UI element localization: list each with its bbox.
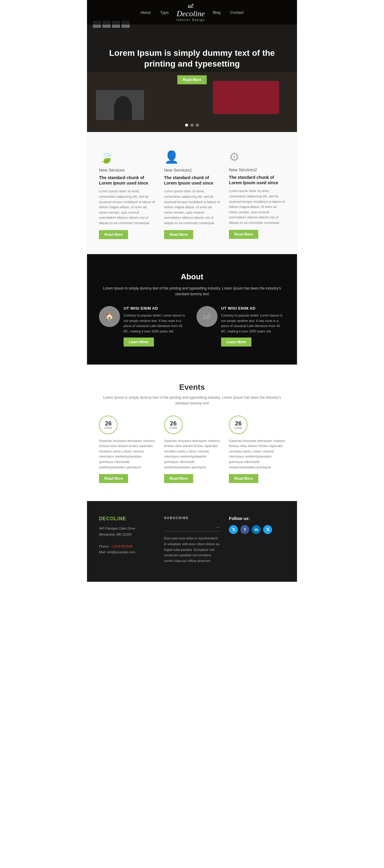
about-card-0: 🏠 UT WISI ENIM AD Contrary to popular be… [99, 306, 188, 346]
nav-contact[interactable]: Contact [228, 9, 246, 16]
service-name-1: New Services1 [164, 168, 220, 173]
about-subtitle: Lorem Ipsum is simply dummy text of the … [99, 286, 285, 297]
room-chair [114, 96, 132, 120]
hero-dot-2[interactable] [191, 124, 193, 127]
service-heading-0: The standard chunk of Lorem Ipsum used s… [99, 175, 155, 186]
logo-main: Decoline [177, 9, 205, 18]
footer-subscribe-title: SUBSCRIBE [164, 516, 220, 520]
events-section: Events Lorem Ipsum is simply dummy text … [87, 365, 297, 501]
service-cta-1[interactable]: Read More [164, 230, 193, 239]
logo-sub: Interior Design [177, 18, 205, 22]
service-body-2: Lorem ipsum dolor sit amet, consectetur … [229, 188, 285, 225]
subscribe-button[interactable]: → [215, 524, 220, 531]
service-item-1: 👤 New Services1 The standard chunk of Lo… [164, 150, 220, 239]
linkedin-icon[interactable]: in [252, 525, 261, 534]
footer-follow: Follow us: 𝕏 f in 𝕏 [229, 516, 285, 563]
about-title: About [99, 272, 285, 281]
event-cta-1[interactable]: Read More [164, 474, 193, 483]
service-body-1: Lorem ipsum dolor sit amet, consectetur … [164, 189, 220, 226]
twitter2-icon[interactable]: 𝕏 [263, 525, 272, 534]
service-cta-0[interactable]: Read More [99, 230, 128, 239]
about-cards: 🏠 UT WISI ENIM AD Contrary to popular be… [99, 306, 285, 346]
about-thumb-0: 🏠 [99, 306, 120, 327]
event-day-1: 26 [170, 420, 177, 426]
footer-grid: DECOLINE 443 Flanigan Oaks Drive Alexand… [99, 516, 285, 563]
nav-about[interactable]: About [138, 9, 152, 16]
subscribe-bar: → [164, 524, 220, 531]
event-date-1: 26 JUNE [164, 415, 183, 434]
about-section: About Lorem Ipsum is simply dummy text o… [87, 254, 297, 365]
footer-subscribe: SUBSCRIBE → Duis aute irure dolor in rep… [164, 516, 220, 563]
event-body-2: Kasertas lertyasea deeraaser miasera ler… [229, 438, 285, 470]
event-item-2: 26 JUNE Kasertas lertyasea deeraaser mia… [229, 415, 285, 483]
subscribe-input[interactable] [164, 524, 215, 531]
events-grid: 26 JUNE Kasertas lertyasea deeraaser mia… [99, 415, 285, 483]
footer-subscribe-body: Duis aute irure dolor in reprehenderit i… [164, 535, 220, 563]
event-month-2: JUNE [234, 426, 243, 429]
event-cta-2[interactable]: Read More [229, 474, 258, 483]
event-body-0: Kasertas lertyasea deeraaser miasera ler… [99, 438, 155, 470]
nav-typo[interactable]: Typo [158, 9, 170, 16]
about-card-text-0: UT WISI ENIM AD Contrary to popular beli… [124, 306, 188, 346]
service-icon-0: 🍃 [99, 150, 155, 164]
navbar: About Typo 🛋 Decoline Interior Design Bl… [87, 0, 297, 25]
nav-blog[interactable]: Blog [211, 9, 222, 16]
about-thumb-image-1: 🛋 [196, 306, 218, 327]
about-cta-1[interactable]: Learn More [221, 338, 251, 346]
event-cta-0[interactable]: Read More [99, 474, 128, 483]
service-icon-2: ⚙ [229, 150, 285, 164]
footer-brand: DECOLINE 443 Flanigan Oaks Drive Alexand… [99, 516, 155, 563]
event-day-0: 26 [105, 420, 111, 426]
events-subtitle: Lorem Ipsum is simply dummy text of the … [99, 395, 285, 406]
hero-content: Lorem Ipsum is simply dummy text of the … [87, 42, 297, 91]
hero-title: Lorem Ipsum is simply dummy text of the … [93, 48, 291, 70]
service-name-0: New Services [99, 168, 155, 173]
service-heading-1: The standard chunk of Lorem Ipsum used s… [164, 175, 220, 186]
service-name-2: New Services2 [229, 167, 285, 172]
about-cta-0[interactable]: Learn More [124, 338, 154, 346]
service-heading-2: The standard chunk of Lorem Ipsum used s… [229, 175, 285, 185]
about-card-1: 🛋 UT WISI ENIM AD Contrary to popular be… [196, 306, 285, 346]
footer-follow-title: Follow us: [229, 516, 285, 521]
footer: DECOLINE 443 Flanigan Oaks Drive Alexand… [87, 501, 297, 582]
service-icon-1: 👤 [164, 150, 220, 164]
service-cta-2[interactable]: Read More [229, 230, 258, 239]
events-title: Events [99, 382, 285, 392]
twitter-icon[interactable]: 𝕏 [229, 525, 238, 534]
facebook-icon[interactable]: f [240, 525, 249, 534]
about-thumb-1: 🛋 [196, 306, 218, 327]
service-item-2: ⚙ New Services2 The standard chunk of Lo… [229, 150, 285, 239]
event-item-1: 26 JUNE Kasertas lertyasea deeraaser mia… [164, 415, 220, 483]
event-item-0: 26 JUNE Kasertas lertyasea deeraaser mia… [99, 415, 155, 483]
hero-dot-3[interactable] [196, 124, 199, 127]
hero-cta-button[interactable]: Read More [177, 75, 206, 84]
logo-icon: 🛋 [177, 3, 205, 9]
about-thumb-image-0: 🏠 [99, 306, 120, 327]
footer-brand-title: DECOLINE [99, 516, 155, 522]
about-card-heading-0: UT WISI ENIM AD [124, 306, 188, 311]
about-card-body-0: Contrary to popular belief, Lorem Ipsum … [124, 313, 188, 334]
services-grid: 🍃 New Services The standard chunk of Lor… [99, 150, 285, 239]
services-section: 🍃 New Services The standard chunk of Lor… [87, 132, 297, 254]
about-card-heading-1: UT WISI ENIM AD [221, 306, 285, 311]
event-day-2: 26 [235, 420, 242, 426]
event-date-0: 26 JUNE [99, 415, 118, 434]
event-month-0: JUNE [104, 426, 113, 429]
event-month-1: JUNE [169, 426, 178, 429]
footer-address: 443 Flanigan Oaks Drive Alexandria, MD 2… [99, 526, 155, 555]
nav-logo: 🛋 Decoline Interior Design [177, 3, 205, 22]
hero-dot-1[interactable] [185, 124, 188, 127]
about-card-text-1: UT WISI ENIM AD Contrary to popular beli… [221, 306, 285, 346]
event-date-2: 26 JUNE [229, 415, 248, 434]
event-body-1: Kasertas lertyasea deeraaser miasera ler… [164, 438, 220, 470]
hero-carousel-dots [185, 124, 199, 127]
social-icons: 𝕏 f in 𝕏 [229, 525, 285, 534]
about-card-body-1: Contrary to popular belief, Lorem Ipsum … [221, 313, 285, 334]
service-item-0: 🍃 New Services The standard chunk of Lor… [99, 150, 155, 239]
service-body-0: Lorem ipsum dolor sit amet, consectetur … [99, 189, 155, 226]
